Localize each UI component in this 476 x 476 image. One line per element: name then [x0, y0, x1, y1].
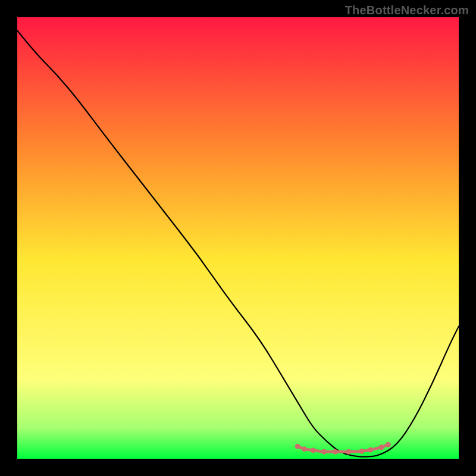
marker-dot [386, 442, 391, 447]
gradient-background [17, 17, 459, 459]
chart-stage: TheBottleNecker.com [0, 0, 476, 476]
plot-area [17, 17, 459, 459]
chart-svg [17, 17, 459, 459]
watermark-text: TheBottleNecker.com [345, 4, 469, 17]
